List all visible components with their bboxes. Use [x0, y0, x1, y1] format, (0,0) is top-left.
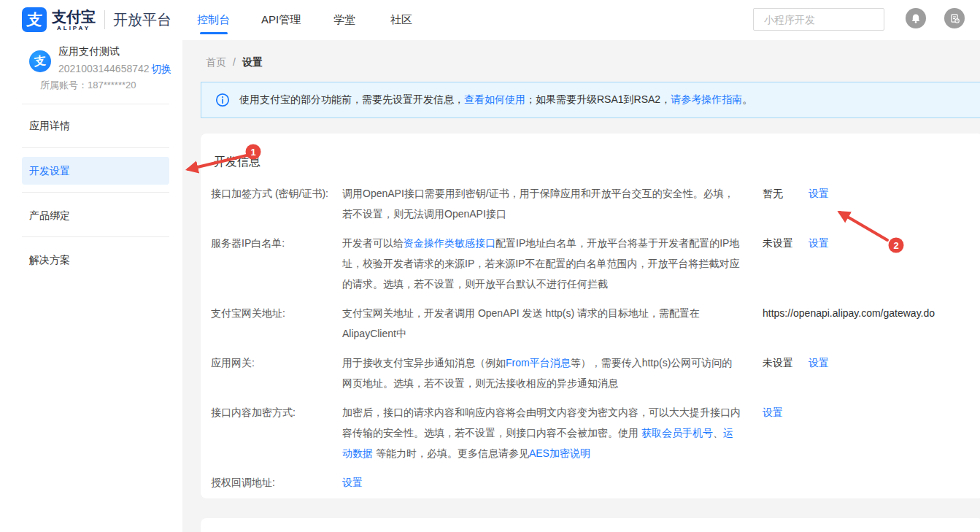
main-content: 首页/设置 使用支付宝的部分功能前，需要先设置开发信息，查看如何使用；如果需要升… — [182, 40, 980, 532]
banner-link-how-to-use[interactable]: 查看如何使用 — [464, 93, 525, 105]
logo-character: 支 — [26, 9, 43, 30]
setting-description: 支付宝网关地址，开发者调用 OpenAPI 发送 http(s) 请求的目标地址… — [342, 303, 742, 344]
breadcrumb-current: 设置 — [242, 56, 263, 68]
setting-label: 支付宝网关地址: — [211, 303, 342, 323]
setting-description: 加密后，接口的请求内容和响应内容将会由明文内容变为密文内容，可以大大提升接口内容… — [342, 402, 742, 463]
description-text: 用于接收支付宝异步通知消息（例如 — [342, 357, 506, 369]
inline-link[interactable]: 资金操作类敏感接口 — [404, 237, 495, 249]
setting-label: 授权回调地址: — [211, 472, 342, 493]
document-clock-icon — [949, 12, 960, 24]
setting-row: 应用网关:用于接收支付宝异步通知消息（例如From平台消息等），需要传入http… — [211, 352, 980, 393]
section-title: 开发信息 — [214, 154, 980, 170]
breadcrumb-separator: / — [233, 56, 236, 68]
status-text: 未设置 — [763, 352, 809, 373]
dev-info-card: 开发信息 接口加签方式 (密钥/证书):调用OpenAPI接口需要用到密钥/证书… — [201, 134, 980, 498]
sidebar-divider — [22, 147, 169, 148]
status-text: 暂无 — [763, 183, 809, 204]
bell-icon — [910, 12, 922, 24]
setting-description: 开发者可以给资金操作类敏感接口配置IP地址白名单，开放平台将基于开发者配置的IP… — [342, 233, 742, 294]
setting-label: 服务器IP白名单: — [211, 233, 342, 253]
setting-right-column: 未设置设置 — [763, 233, 829, 253]
setting-label: 接口内容加密方式: — [211, 402, 342, 423]
setting-row: 接口内容加密方式:加密后，接口的请求内容和响应内容将会由明文内容变为密文内容，可… — [211, 402, 980, 463]
setting-right-column: 暂无设置 — [763, 183, 829, 204]
app-name: 应用支付测试 — [58, 45, 120, 58]
product-name: 开放平台 — [113, 10, 171, 30]
alipay-logo-mark-icon: 支 — [22, 7, 47, 32]
sidebar-item-solutions[interactable]: 解决方案 — [22, 246, 169, 274]
info-banner: 使用支付宝的部分功能前，需要先设置开发信息，查看如何使用；如果需要升级RSA1到… — [201, 82, 980, 118]
sidebar: 支 应用支付测试 2021003144658742 切换 所属账号：187***… — [0, 40, 182, 532]
inline-link[interactable]: 获取会员手机号 — [641, 427, 713, 439]
sidebar-item-product-binding[interactable]: 产品绑定 — [22, 201, 169, 229]
setting-description: 设置 — [342, 472, 742, 493]
nav-tab-community[interactable]: 社区 — [390, 13, 412, 27]
nav-tab-api-management[interactable]: API管理 — [261, 13, 301, 27]
top-header: 支 支付宝 ALIPAY 开放平台 控制台 API管理 学堂 社区 — [0, 0, 980, 40]
next-section-card — [201, 518, 980, 532]
work-order-button[interactable] — [944, 8, 965, 28]
notification-bell-button[interactable] — [906, 8, 926, 28]
setting-label: 应用网关: — [211, 352, 342, 373]
banner-text: 。 — [742, 93, 752, 105]
breadcrumb: 首页/设置 — [206, 56, 263, 69]
banner-message: 使用支付宝的部分功能前，需要先设置开发信息，查看如何使用；如果需要升级RSA1到… — [239, 93, 752, 107]
inline-link[interactable]: From平台消息 — [506, 357, 571, 369]
setting-label: 接口加签方式 (密钥/证书): — [211, 183, 342, 204]
setting-row: 接口加签方式 (密钥/证书):调用OpenAPI接口需要用到密钥/证书，用于保障… — [211, 183, 980, 224]
avatar-character: 支 — [34, 53, 47, 69]
info-icon — [215, 93, 230, 107]
description-text: 调用OpenAPI接口需要用到密钥/证书，用于保障应用和开放平台交互的安全性。必… — [342, 188, 734, 220]
banner-text: ；如果需要升级RSA1到RSA2， — [525, 93, 671, 105]
alipay-logo[interactable]: 支 支付宝 ALIPAY 开放平台 — [22, 7, 171, 32]
setting-action-link[interactable]: 设置 — [809, 352, 829, 373]
description-text: 开发者可以给 — [342, 237, 404, 249]
inline-link[interactable]: 设置 — [342, 477, 363, 488]
sidebar-divider — [22, 104, 169, 104]
alipay-open-platform-page: 支 支付宝 ALIPAY 开放平台 控制台 API管理 学堂 社区 支 应用支付… — [0, 0, 980, 532]
logo-divider — [104, 10, 105, 29]
settings-rows: 接口加签方式 (密钥/证书):调用OpenAPI接口需要用到密钥/证书，用于保障… — [211, 183, 980, 493]
description-text: 支付宝网关地址，开发者调用 OpenAPI 发送 http(s) 请求的目标地址… — [342, 307, 700, 339]
setting-right-column: https://openapi.alipay.com/gateway.do — [763, 303, 935, 323]
sidebar-divider — [22, 236, 169, 237]
setting-description: 用于接收支付宝异步通知消息（例如From平台消息等），需要传入http(s)公网… — [342, 352, 742, 393]
brand-text: 支付宝 ALIPAY — [52, 9, 96, 31]
brand-name: 支付宝 — [52, 9, 96, 25]
sidebar-divider — [22, 192, 169, 193]
status-text: 未设置 — [763, 233, 809, 253]
setting-row: 授权回调地址:设置 — [211, 472, 980, 493]
search-box — [753, 8, 884, 31]
sidebar-item-app-details[interactable]: 应用详情 — [22, 112, 169, 139]
setting-description: 调用OpenAPI接口需要用到密钥/证书，用于保障应用和开放平台交互的安全性。必… — [342, 183, 742, 224]
setting-action-link[interactable]: 设置 — [763, 402, 783, 423]
inline-link[interactable]: AES加密说明 — [529, 447, 590, 459]
app-id: 2021003144658742 — [58, 63, 150, 74]
setting-value: https://openapi.alipay.com/gateway.do — [763, 303, 935, 323]
nav-tab-academy[interactable]: 学堂 — [333, 13, 355, 27]
banner-link-operation-guide[interactable]: 请参考操作指南 — [671, 93, 742, 105]
nav-tab-console[interactable]: 控制台 — [197, 13, 230, 27]
setting-row: 支付宝网关地址:支付宝网关地址，开发者调用 OpenAPI 发送 http(s)… — [211, 303, 980, 344]
app-avatar: 支 — [29, 50, 51, 72]
sidebar-item-dev-settings[interactable]: 开发设置 — [22, 157, 169, 185]
setting-action-link[interactable]: 设置 — [809, 183, 829, 204]
switch-app-link[interactable]: 切换 — [151, 63, 171, 76]
setting-right-column: 未设置设置 — [763, 352, 829, 373]
description-text: 、 — [713, 427, 723, 439]
brand-subtitle: ALIPAY — [57, 25, 90, 31]
setting-right-column: 设置 — [763, 402, 783, 423]
setting-row: 服务器IP白名单:开发者可以给资金操作类敏感接口配置IP地址白名单，开放平台将基… — [211, 233, 980, 294]
breadcrumb-home-link[interactable]: 首页 — [206, 56, 226, 68]
banner-text: 使用支付宝的部分功能前，需要先设置开发信息， — [239, 93, 464, 105]
description-text: 等能力时，必填。更多信息请参见 — [373, 447, 529, 459]
search-input[interactable] — [764, 14, 896, 26]
setting-action-link[interactable]: 设置 — [809, 233, 829, 253]
owner-account: 所属账号：187******20 — [40, 79, 136, 92]
